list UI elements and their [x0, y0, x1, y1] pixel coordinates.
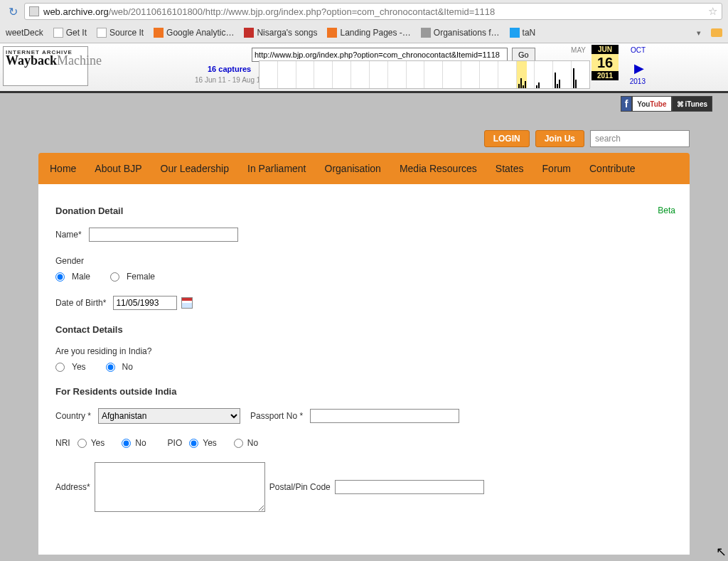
join-us-button[interactable]: Join Us — [535, 130, 584, 147]
name-input[interactable] — [89, 228, 238, 242]
beta-label: Beta — [658, 205, 675, 215]
itunes-badge[interactable]: ⌘iTunes — [672, 96, 712, 112]
pio-no-label: No — [247, 438, 258, 448]
doc-icon — [97, 28, 107, 38]
country-select[interactable]: Afghanistan — [98, 408, 240, 424]
main-nav: Home About BJP Our Leadership In Parliam… — [38, 153, 690, 184]
nav-about[interactable]: About BJP — [95, 163, 141, 174]
gender-female-radio[interactable] — [110, 272, 119, 282]
landing-icon — [327, 28, 337, 38]
social-badges: f YouTube ⌘iTunes — [621, 96, 712, 112]
nav-home[interactable]: Home — [50, 163, 76, 174]
nri-yes-label: Yes — [91, 438, 105, 448]
postal-input[interactable] — [335, 480, 484, 494]
country-label: Country * — [55, 411, 91, 421]
site-search-input[interactable] — [590, 130, 690, 147]
nav-media[interactable]: Media Resources — [400, 163, 477, 174]
wayback-next-month[interactable]: OCT — [631, 46, 646, 54]
nri-yes-radio[interactable] — [77, 439, 87, 448]
bookmark-tan[interactable]: taN — [510, 28, 536, 38]
youtube-icon — [244, 28, 254, 38]
residing-yes-radio[interactable] — [55, 363, 65, 372]
gender-label: Gender — [55, 256, 84, 266]
url-text: web.archive.org/web/20110616101800/http:… — [43, 6, 708, 17]
pio-no-radio[interactable] — [234, 439, 243, 448]
address-label: Address* — [55, 482, 90, 492]
top-actions: LOGIN Join Us — [38, 117, 690, 153]
pio-yes-radio[interactable] — [189, 439, 198, 448]
wayback-url-input[interactable] — [252, 48, 508, 62]
wayback-toolbar: INTERNET ARCHIVE WaybackMachine Go 16 ca… — [0, 43, 728, 93]
wayback-date-range: 16 Jun 11 - 19 Aug 14 — [195, 76, 264, 84]
section-outside-india: For Residents outside India — [55, 386, 673, 397]
bookmark-songs[interactable]: Nisarga's songs — [244, 28, 317, 38]
nav-parliament[interactable]: In Parliament — [247, 163, 306, 174]
residing-yes-label: Yes — [72, 362, 86, 372]
passport-label: Passport No * — [250, 411, 303, 421]
bookmark-star-icon[interactable]: ☆ — [708, 5, 717, 18]
nav-organisation[interactable]: Organisation — [325, 163, 381, 174]
wayback-timeline[interactable] — [259, 60, 590, 89]
pio-yes-label: Yes — [203, 438, 217, 448]
twitter-icon — [510, 28, 520, 38]
nav-states[interactable]: States — [496, 163, 524, 174]
page-icon — [29, 6, 39, 16]
login-button[interactable]: LOGIN — [484, 130, 530, 147]
wayback-next-arrow-icon[interactable]: ▶ — [634, 60, 644, 76]
dob-input[interactable] — [113, 296, 177, 310]
section-contact-details: Contact Details — [55, 324, 673, 335]
nri-label: NRI — [55, 438, 70, 448]
bookmarks-bar: weetDeck Get It Source It Google Analyti… — [0, 23, 728, 43]
bookmark-getit[interactable]: Get It — [53, 28, 87, 38]
facebook-badge[interactable]: f — [621, 96, 632, 112]
name-label: Name* — [55, 230, 82, 240]
nri-no-label: No — [135, 438, 146, 448]
bookmarks-folder-icon[interactable] — [711, 28, 722, 37]
nav-leadership[interactable]: Our Leadership — [161, 163, 230, 174]
section-donation-detail: Donation Detail — [55, 205, 673, 216]
dob-label: Date of Birth* — [55, 298, 106, 308]
url-bar[interactable]: web.archive.org/web/20110616101800/http:… — [24, 3, 722, 20]
wayback-prev-month: MAY — [571, 46, 586, 54]
passport-input[interactable] — [310, 409, 459, 423]
calendar-icon[interactable] — [181, 297, 193, 309]
residing-no-label: No — [122, 362, 133, 372]
bookmark-tweetdeck[interactable]: weetDeck — [6, 28, 43, 38]
wayback-next-year[interactable]: 2013 — [630, 78, 646, 85]
site-header-strip: f YouTube ⌘iTunes — [0, 93, 728, 117]
wayback-logo[interactable]: INTERNET ARCHIVE WaybackMachine — [3, 46, 88, 86]
bookmark-landing[interactable]: Landing Pages -… — [327, 28, 410, 38]
address-textarea[interactable] — [95, 462, 265, 512]
page-content: Beta Donation Detail Name* Gender Male F… — [38, 184, 690, 555]
wayback-captures-link[interactable]: 16 captures — [208, 65, 251, 73]
reload-button[interactable]: ↻ — [6, 4, 20, 18]
residing-no-radio[interactable] — [106, 363, 115, 372]
male-label: Male — [72, 272, 90, 282]
doc-icon — [53, 28, 63, 38]
org-icon — [421, 28, 431, 38]
wayback-current-date: JUN 16 2011 — [592, 45, 619, 80]
residing-label: Are you residing in India? — [55, 346, 151, 356]
browser-chrome: ↻ web.archive.org/web/20110616101800/htt… — [0, 0, 728, 43]
bookmark-analytics[interactable]: Google Analytic… — [154, 28, 234, 38]
female-label: Female — [127, 272, 155, 282]
bookmark-orgs[interactable]: Organisations f… — [421, 28, 500, 38]
bookmark-sourceit[interactable]: Source It — [97, 28, 144, 38]
nav-contribute[interactable]: Contribute — [589, 163, 636, 174]
postal-label: Postal/Pin Code — [269, 482, 331, 492]
bookmarks-overflow-icon[interactable]: ▾ — [697, 28, 701, 38]
analytics-icon — [154, 28, 164, 38]
pio-label: PIO — [168, 438, 183, 448]
nav-forum[interactable]: Forum — [542, 163, 571, 174]
gender-male-radio[interactable] — [55, 272, 65, 282]
nri-no-radio[interactable] — [122, 439, 131, 448]
youtube-badge[interactable]: YouTube — [632, 96, 671, 112]
wayback-go-button[interactable]: Go — [512, 48, 535, 62]
